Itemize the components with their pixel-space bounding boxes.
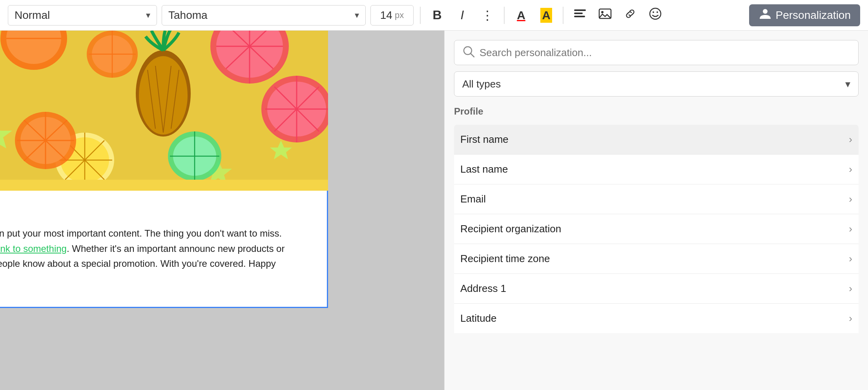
last-name-arrow: ›: [849, 163, 852, 175]
body-link[interactable]: link to something: [0, 243, 67, 254]
email-arrow: ›: [849, 193, 852, 205]
italic-icon: I: [461, 8, 464, 22]
email-canvas: Text Hi , This is where you can put your…: [0, 31, 328, 308]
italic-button[interactable]: I: [452, 5, 472, 26]
font-select-arrow: ▾: [355, 10, 359, 20]
insert-link-button[interactable]: [620, 5, 640, 26]
emoji-icon: [649, 7, 662, 24]
profile-item-first-name[interactable]: First name ›: [454, 125, 859, 155]
text-block[interactable]: Hi , This is where you can put your most…: [0, 191, 328, 308]
search-box[interactable]: [454, 40, 859, 65]
text-block-wrapper: Text Hi , This is where you can put your…: [0, 191, 328, 308]
svg-point-7: [656, 11, 658, 13]
image-block: [0, 31, 328, 180]
latitude-label: Latitude: [460, 312, 497, 324]
greeting-text: Hi ,: [0, 205, 311, 220]
personalization-label: Personalization: [776, 9, 851, 22]
recipient-tz-arrow: ›: [849, 253, 852, 265]
profile-item-recipient-tz[interactable]: Recipient time zone ›: [454, 244, 859, 274]
svg-line-68: [470, 53, 474, 57]
search-input[interactable]: [480, 47, 850, 59]
first-name-label: First name: [460, 133, 509, 146]
profile-item-recipient-org[interactable]: Recipient organization ›: [454, 214, 859, 244]
svg-rect-2: [574, 16, 585, 17]
toolbar: Normal ▾ Tahoma ▾ 14 px B I ⋮ A A: [0, 0, 868, 31]
bold-icon: B: [432, 8, 441, 22]
bold-button[interactable]: B: [427, 5, 447, 26]
font-select-label: Tahoma: [168, 9, 208, 22]
address1-arrow: ›: [849, 282, 852, 295]
recipient-tz-label: Recipient time zone: [460, 253, 550, 265]
profile-item-latitude[interactable]: Latitude ›: [454, 304, 859, 333]
profile-item-last-name[interactable]: Last name ›: [454, 155, 859, 184]
type-filter-dropdown[interactable]: All types ▾: [454, 71, 859, 97]
personalization-panel: All types ▾ Profile First name › Last na…: [444, 31, 868, 390]
svg-rect-1: [574, 13, 583, 14]
text-color-icon: A: [517, 9, 525, 22]
svg-point-5: [650, 8, 661, 19]
profile-item-address1[interactable]: Address 1 ›: [454, 274, 859, 304]
font-size-value: 14: [380, 9, 392, 22]
style-select-arrow: ▾: [146, 10, 150, 20]
font-size-unit: px: [395, 10, 404, 20]
style-select[interactable]: Normal ▾: [8, 5, 157, 26]
yellow-stripe: [0, 180, 328, 191]
body-text: This is where you can put your most impo…: [0, 226, 311, 286]
user-icon: [759, 7, 772, 23]
more-button[interactable]: ⋮: [477, 5, 498, 26]
font-select[interactable]: Tahoma ▾: [162, 5, 366, 26]
style-select-label: Normal: [15, 9, 50, 22]
toolbar-divider-2: [504, 7, 505, 24]
align-icon: [573, 7, 587, 24]
latitude-arrow: ›: [849, 312, 852, 324]
toolbar-divider-1: [420, 7, 421, 24]
svg-point-26: [139, 56, 188, 135]
text-color-button[interactable]: A: [511, 5, 531, 26]
profile-items: First name › Last name › Email › Recipie…: [454, 125, 859, 333]
link-icon: [624, 7, 637, 24]
fruit-image: [0, 31, 328, 180]
svg-point-6: [653, 11, 654, 13]
font-size-box[interactable]: 14 px: [370, 5, 414, 26]
bg-color-icon: A: [540, 8, 552, 23]
editor-area: Text Hi , This is where you can put your…: [0, 31, 444, 390]
profile-section-header: Profile: [454, 103, 859, 118]
search-icon: [462, 45, 475, 60]
profile-item-email[interactable]: Email ›: [454, 184, 859, 214]
type-filter-label: All types: [462, 78, 501, 90]
svg-rect-0: [574, 9, 586, 11]
bg-color-button[interactable]: A: [536, 5, 556, 26]
recipient-org-arrow: ›: [849, 223, 852, 235]
insert-image-button[interactable]: [595, 5, 615, 26]
email-label: Email: [460, 193, 486, 205]
main-area: Text Hi , This is where you can put your…: [0, 31, 868, 390]
last-name-label: Last name: [460, 163, 508, 175]
align-button[interactable]: [570, 5, 590, 26]
address1-label: Address 1: [460, 282, 506, 295]
recipient-org-label: Recipient organization: [460, 223, 561, 235]
type-filter-arrow: ▾: [845, 78, 850, 90]
more-icon: ⋮: [481, 8, 494, 23]
svg-point-8: [763, 9, 768, 14]
first-name-arrow: ›: [849, 133, 852, 146]
toolbar-divider-3: [563, 7, 563, 24]
emoji-button[interactable]: [645, 5, 666, 26]
svg-point-4: [601, 11, 604, 13]
image-icon: [598, 7, 612, 24]
personalization-button[interactable]: Personalization: [749, 4, 860, 26]
